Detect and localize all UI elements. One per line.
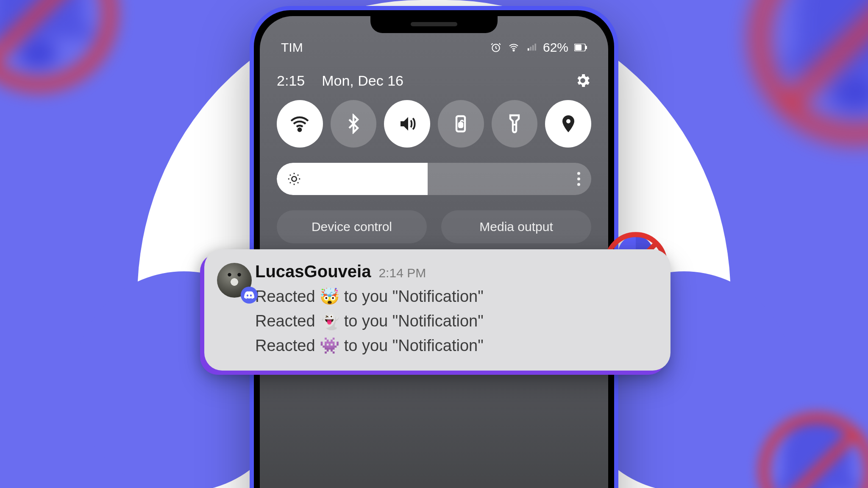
emoji-icon: 👾: [320, 334, 339, 358]
notification-user: LucasGouveia: [255, 262, 371, 281]
brightness-more-icon[interactable]: [577, 172, 580, 186]
rotation-lock-toggle[interactable]: [438, 100, 484, 148]
svg-point-3: [830, 75, 868, 111]
emoji-icon: 🤯: [320, 284, 339, 309]
svg-point-10: [513, 50, 514, 51]
emoji-icon: 👻: [320, 309, 339, 334]
battery-pct-label: 62%: [543, 40, 568, 55]
quick-settings-panel: 2:15 Mon, Dec 16: [260, 72, 608, 243]
notification-line: Reacted 👻 to you "Notification": [255, 309, 647, 334]
notification-body: Reacted 🤯 to you "Notification" Reacted …: [255, 284, 647, 358]
svg-point-18: [298, 128, 301, 131]
notification-time: 2:14 PM: [378, 266, 426, 280]
sound-toggle[interactable]: [384, 100, 430, 148]
signal-icon: [526, 43, 537, 52]
svg-point-0: [19, 40, 57, 68]
brightness-slider[interactable]: [277, 163, 591, 195]
notification-line: Reacted 👾 to you "Notification": [255, 334, 647, 358]
carrier-label: TIM: [281, 40, 303, 55]
svg-point-22: [292, 176, 296, 181]
svg-rect-11: [528, 48, 529, 51]
alarm-icon: [490, 42, 501, 53]
battery-icon: [574, 44, 587, 51]
notification-card[interactable]: LucasGouveia 2:14 PM Reacted 🤯 to you "N…: [204, 249, 670, 371]
muted-bell-icon: [0, 0, 124, 99]
brightness-icon: [287, 172, 301, 186]
svg-rect-17: [586, 46, 587, 49]
bluetooth-toggle[interactable]: [331, 100, 377, 148]
media-output-button[interactable]: Media output: [441, 210, 591, 243]
settings-button[interactable]: [574, 72, 591, 89]
status-bar: TIM 62%: [260, 34, 608, 61]
phone-notch: [370, 16, 498, 33]
notification-line: Reacted 🤯 to you "Notification": [255, 284, 647, 309]
flashlight-toggle[interactable]: [492, 100, 538, 148]
device-control-button[interactable]: Device control: [277, 210, 427, 243]
qs-toggle-row: [277, 100, 591, 148]
svg-rect-13: [532, 45, 534, 51]
discord-badge-icon: [241, 287, 258, 304]
muted-bell-icon: [754, 407, 868, 488]
wifi-icon: [507, 42, 520, 53]
svg-rect-14: [534, 44, 536, 51]
illustration-stage: TIM 62% 2:15 Mon, Dec 16: [0, 0, 868, 488]
svg-rect-20: [459, 123, 462, 127]
qs-time: 2:15: [277, 73, 305, 89]
location-toggle[interactable]: [545, 100, 591, 148]
phone-frame: TIM 62% 2:15 Mon, Dec 16: [250, 6, 618, 488]
qs-date: Mon, Dec 16: [322, 73, 403, 89]
svg-rect-12: [530, 47, 531, 50]
muted-bell-icon: [741, 0, 868, 153]
svg-rect-16: [575, 45, 581, 50]
wifi-toggle[interactable]: [277, 100, 323, 148]
